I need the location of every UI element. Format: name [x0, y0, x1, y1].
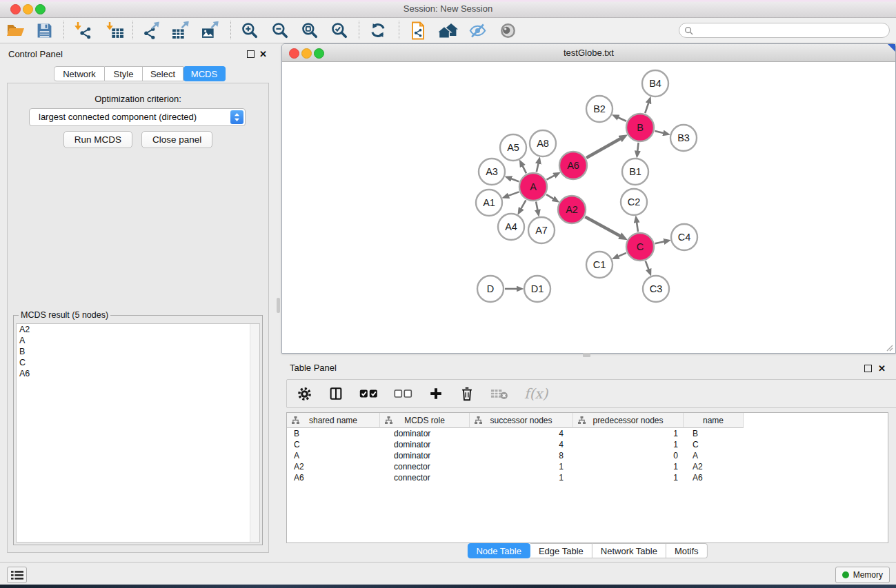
- close-panel-button[interactable]: Close panel: [141, 131, 212, 148]
- node-table[interactable]: shared nameMCDS rolesuccessor nodesprede…: [286, 412, 888, 543]
- open-session-button[interactable]: [5, 20, 27, 41]
- run-mcds-button[interactable]: Run MCDS: [63, 131, 132, 148]
- cell-shared-name[interactable]: C: [287, 439, 380, 450]
- table-row[interactable]: A6connector11A6: [287, 472, 888, 483]
- graph-edge-B-B2[interactable]: [618, 118, 626, 121]
- cell-MCDS-role[interactable]: dominator: [380, 428, 470, 439]
- close-panel-icon[interactable]: ✕: [259, 50, 267, 59]
- task-history-button[interactable]: [7, 567, 27, 583]
- function-builder-button[interactable]: f(x): [524, 385, 548, 402]
- export-image-button[interactable]: [199, 20, 221, 41]
- cell-name[interactable]: A2: [684, 461, 744, 472]
- close-table-panel-icon[interactable]: ✕: [878, 364, 886, 373]
- graph-edge-A-A3[interactable]: [511, 179, 519, 181]
- cell-name[interactable]: A: [684, 450, 744, 461]
- graph-edge-C-C4[interactable]: [655, 241, 664, 243]
- import-network-button[interactable]: [72, 20, 94, 41]
- column-header-name[interactable]: name: [684, 413, 744, 428]
- result-item[interactable]: B: [17, 346, 259, 357]
- show-details-button[interactable]: [497, 20, 519, 41]
- cell-shared-name[interactable]: B: [287, 428, 380, 439]
- tab-network-table[interactable]: Network Table: [593, 543, 666, 558]
- save-session-button[interactable]: [33, 20, 55, 41]
- cell-successor-nodes[interactable]: 4: [470, 428, 573, 439]
- memory-button[interactable]: Memory: [835, 567, 890, 583]
- import-table-button[interactable]: [103, 20, 126, 41]
- graph-edge-A-A2[interactable]: [546, 194, 553, 199]
- cell-shared-name[interactable]: A6: [287, 472, 380, 483]
- criterion-dropdown[interactable]: largest connected component (directed): [29, 108, 246, 126]
- tab-mcds[interactable]: MCDS: [183, 66, 226, 81]
- graph-edge-B-B1[interactable]: [637, 143, 638, 151]
- zoom-out-button[interactable]: [269, 20, 291, 41]
- graph-edge-B-B4[interactable]: [645, 103, 648, 113]
- cell-MCDS-role[interactable]: connector: [380, 472, 470, 483]
- result-item[interactable]: C: [17, 357, 259, 368]
- cell-predecessor-nodes[interactable]: 1: [573, 428, 684, 439]
- float-table-panel-icon[interactable]: [864, 365, 872, 372]
- cell-name[interactable]: C: [684, 439, 744, 450]
- table-row[interactable]: Cdominator41C: [287, 439, 888, 450]
- tab-style[interactable]: Style: [105, 66, 143, 81]
- vertical-splitter-handle[interactable]: [277, 298, 280, 313]
- network-window-titlebar[interactable]: testGlobe.txt: [282, 44, 895, 62]
- tab-network[interactable]: Network: [54, 66, 105, 81]
- cell-MCDS-role[interactable]: dominator: [380, 439, 470, 450]
- deselect-all-button[interactable]: [394, 389, 412, 398]
- table-settings-button[interactable]: [297, 386, 312, 402]
- export-network-button[interactable]: [140, 20, 162, 41]
- cell-name[interactable]: A6: [684, 472, 744, 483]
- hide-details-button[interactable]: [466, 20, 488, 41]
- result-item[interactable]: A2: [17, 324, 259, 335]
- graph-edge-A-A4[interactable]: [521, 200, 526, 208]
- column-header-successor-nodes[interactable]: successor nodes: [470, 413, 573, 428]
- resize-grip-icon[interactable]: [885, 343, 893, 352]
- table-row[interactable]: A2connector11A2: [287, 461, 888, 472]
- table-row[interactable]: Bdominator41B: [287, 428, 888, 439]
- network-from-file-button[interactable]: [407, 20, 429, 41]
- zoom-in-button[interactable]: [239, 20, 261, 41]
- graph-edge-A2-C[interactable]: [585, 217, 620, 236]
- table-row[interactable]: Adominator80A: [287, 450, 888, 461]
- cell-successor-nodes[interactable]: 1: [470, 472, 573, 483]
- maximize-corner-icon[interactable]: [888, 44, 895, 52]
- graph-edge-C-C1[interactable]: [619, 253, 626, 256]
- cell-MCDS-role[interactable]: connector: [380, 461, 470, 472]
- delete-column-button[interactable]: [459, 386, 475, 402]
- graph-edge-A-A5[interactable]: [523, 166, 526, 174]
- result-item[interactable]: A6: [17, 368, 259, 379]
- float-panel-icon[interactable]: [247, 50, 255, 58]
- cell-shared-name[interactable]: A: [287, 450, 380, 461]
- column-header-shared-name[interactable]: shared name: [287, 413, 380, 428]
- cell-name[interactable]: B: [684, 428, 744, 439]
- cell-predecessor-nodes[interactable]: 1: [573, 472, 684, 483]
- add-column-button[interactable]: [428, 386, 444, 401]
- cell-predecessor-nodes[interactable]: 1: [573, 439, 684, 450]
- graph-edge-C-C2[interactable]: [637, 223, 638, 232]
- graph-edge-B-B3[interactable]: [655, 131, 663, 133]
- refresh-button[interactable]: [367, 20, 389, 41]
- cell-successor-nodes[interactable]: 4: [470, 439, 573, 450]
- cell-successor-nodes[interactable]: 8: [470, 450, 573, 461]
- cell-shared-name[interactable]: A2: [287, 461, 380, 472]
- cell-predecessor-nodes[interactable]: 1: [573, 461, 684, 472]
- network-canvas[interactable]: B4B2BB3A8A5A6A3B1AC2A1A2A4A7C4CC1C3DD1: [282, 62, 894, 352]
- zoom-selected-button[interactable]: [328, 20, 350, 41]
- tab-edge-table[interactable]: Edge Table: [530, 543, 593, 558]
- delete-table-button[interactable]: [490, 387, 508, 401]
- export-table-button[interactable]: [170, 20, 192, 41]
- search-field[interactable]: [679, 23, 890, 38]
- cell-successor-nodes[interactable]: 1: [470, 461, 573, 472]
- tab-select[interactable]: Select: [143, 66, 183, 81]
- graph-edge-A6-B[interactable]: [586, 139, 620, 158]
- graph-edge-A-A7[interactable]: [536, 202, 537, 210]
- select-all-button[interactable]: [359, 389, 378, 398]
- tab-motifs[interactable]: Motifs: [666, 543, 708, 558]
- search-input[interactable]: [697, 24, 889, 37]
- home-button[interactable]: [436, 20, 461, 41]
- mcds-result-list[interactable]: A2ABCA6: [16, 323, 260, 543]
- zoom-fit-button[interactable]: [299, 20, 321, 41]
- column-header-MCDS-role[interactable]: MCDS role: [380, 413, 470, 428]
- graph-edge-A-A6[interactable]: [546, 176, 554, 180]
- column-header-predecessor-nodes[interactable]: predecessor nodes: [573, 413, 684, 428]
